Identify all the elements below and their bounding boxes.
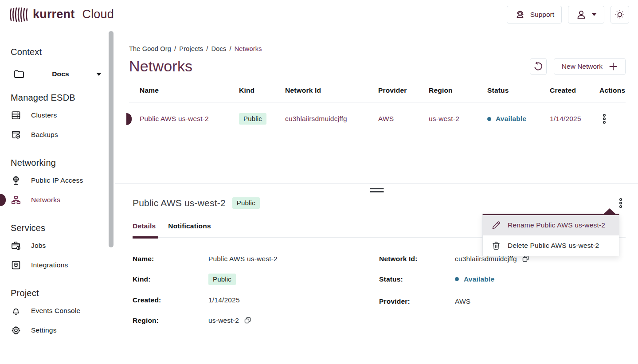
kebab-icon (618, 198, 623, 208)
support-button[interactable]: Support (507, 6, 562, 23)
sidebar-item-settings[interactable]: Settings (11, 321, 115, 340)
sun-icon (615, 9, 625, 20)
col-header-name: Name (129, 86, 228, 94)
active-tab-indicator (133, 236, 158, 239)
status-label: Available (496, 115, 526, 123)
col-header-created: Created (539, 86, 589, 94)
detail-actions-kebab-button[interactable] (616, 196, 626, 210)
menu-item-delete[interactable]: Delete Public AWS us-west-2 (483, 235, 619, 256)
theme-toggle-button[interactable] (611, 6, 629, 23)
kurrent-cloud-logo[interactable]: kurrent Cloud (10, 6, 114, 23)
gear-icon (11, 325, 21, 336)
field-value-status: Available (455, 275, 494, 283)
tab-details[interactable]: Details (133, 222, 156, 237)
sidebar-item-networks[interactable]: Networks (11, 190, 115, 210)
active-item-indicator (0, 194, 6, 206)
sidebar-section-context: Context (11, 47, 115, 57)
field-label-provider: Provider: (379, 297, 455, 305)
kurrent-waves-icon (10, 6, 28, 23)
sidebar-section-networking: Networking (11, 158, 115, 168)
sidebar-item-clusters[interactable]: Clusters (11, 106, 115, 125)
user-menu-button[interactable] (568, 6, 604, 23)
menu-item-label: Rename Public AWS us-west-2 (508, 221, 605, 229)
cell-provider: AWS (368, 115, 418, 123)
field-value-name: Public AWS us-west-2 (208, 255, 278, 263)
sidebar-item-backups[interactable]: Backups (11, 125, 115, 145)
sidebar-item-label: Jobs (31, 242, 46, 250)
new-network-button[interactable]: New Network (554, 58, 626, 75)
breadcrumb-org[interactable]: The Good Org (129, 45, 171, 52)
network-nodes-icon (11, 195, 21, 205)
row-actions-kebab-button[interactable] (599, 112, 609, 126)
globe-stand-icon (11, 175, 21, 186)
logo-text: kurrent (33, 8, 74, 21)
menu-item-label: Delete Public AWS us-west-2 (508, 242, 599, 250)
field-kind-badge: Public (208, 274, 236, 285)
breadcrumb-separator: / (229, 45, 231, 52)
user-icon (575, 9, 587, 20)
cell-status: Available (477, 115, 539, 123)
breadcrumb-docs[interactable]: Docs (211, 45, 227, 52)
sidebar-item-label: Settings (31, 326, 57, 334)
col-header-region: Region (418, 86, 477, 94)
sidebar-item-label: Networks (31, 196, 60, 204)
status-dot (455, 277, 459, 281)
outlet-icon (11, 260, 21, 270)
menu-arrow (604, 208, 615, 214)
sidebar-item-label: Backups (31, 131, 58, 139)
detail-kind-badge: Public (232, 197, 260, 209)
col-header-provider: Provider (368, 86, 418, 94)
new-network-label: New Network (562, 63, 603, 70)
detail-panel: Public AWS us-west-2 Public Details Noti… (115, 184, 638, 364)
sidebar-item-integrations[interactable]: Integrations (11, 255, 115, 275)
field-value-provider: AWS (455, 297, 470, 305)
top-bar: kurrent Cloud Support (0, 0, 638, 29)
support-label: Support (530, 11, 554, 19)
breadcrumb: The Good Org/Projects/Docs/Networks (129, 45, 626, 52)
cell-network-id: cu3hlaiirsdmuidcjffg (274, 115, 368, 123)
field-label-network-id: Network Id: (379, 255, 455, 263)
col-header-network-id: Network Id (274, 86, 368, 94)
sidebar-item-jobs[interactable]: Jobs (11, 236, 115, 255)
project-selector-value: Docs (25, 70, 96, 78)
refresh-button[interactable] (530, 58, 547, 75)
breadcrumb-current: Networks (235, 45, 262, 52)
copy-region-button[interactable] (244, 317, 251, 324)
sidebar-item-label: Integrations (31, 261, 68, 269)
field-value-created: 1/14/2025 (208, 296, 240, 304)
detail-title: Public AWS us-west-2 (133, 198, 226, 208)
folder-icon (13, 69, 25, 79)
field-value-region: us-west-2 (208, 317, 239, 325)
actions-dropdown-menu: Rename Public AWS us-west-2 Delete Publi… (482, 214, 619, 256)
logo-suffix: Cloud (82, 8, 114, 21)
main-content: The Good Org/Projects/Docs/Networks Netw… (115, 29, 638, 364)
sidebar-item-label: Public IP Access (31, 176, 83, 184)
sidebar-item-events-console[interactable]: Events Console (11, 301, 115, 321)
kind-badge: Public (239, 113, 266, 125)
trash-icon (491, 241, 501, 250)
col-header-status: Status (477, 86, 539, 94)
menu-item-rename[interactable]: Rename Public AWS us-west-2 (483, 215, 619, 235)
sidebar-item-public-ip-access[interactable]: Public IP Access (11, 171, 115, 190)
project-selector[interactable]: Docs (13, 69, 102, 79)
field-label-status: Status: (379, 275, 455, 283)
copy-icon (244, 317, 251, 324)
breadcrumb-separator: / (174, 45, 176, 52)
plus-icon (609, 62, 618, 71)
cell-region: us-west-2 (418, 115, 477, 123)
field-label-kind: Kind: (133, 275, 208, 283)
chevron-down-icon (591, 13, 597, 16)
table-row[interactable]: Public AWS us-west-2 Public cu3hlaiirsdm… (129, 102, 626, 135)
status-label: Available (464, 275, 494, 283)
breadcrumb-projects[interactable]: Projects (179, 45, 203, 52)
col-header-actions: Actions (589, 86, 626, 94)
briefcase-clock-icon (11, 240, 21, 251)
status-dot (487, 117, 491, 121)
sidebar-item-label: Clusters (31, 111, 57, 119)
field-label-name: Name: (133, 255, 208, 263)
field-label-region: Region: (133, 317, 208, 325)
sidebar-section-services: Services (11, 223, 115, 233)
tab-notifications[interactable]: Notifications (168, 222, 211, 237)
panel-resize-handle[interactable] (370, 188, 384, 192)
clusters-icon (11, 110, 21, 121)
